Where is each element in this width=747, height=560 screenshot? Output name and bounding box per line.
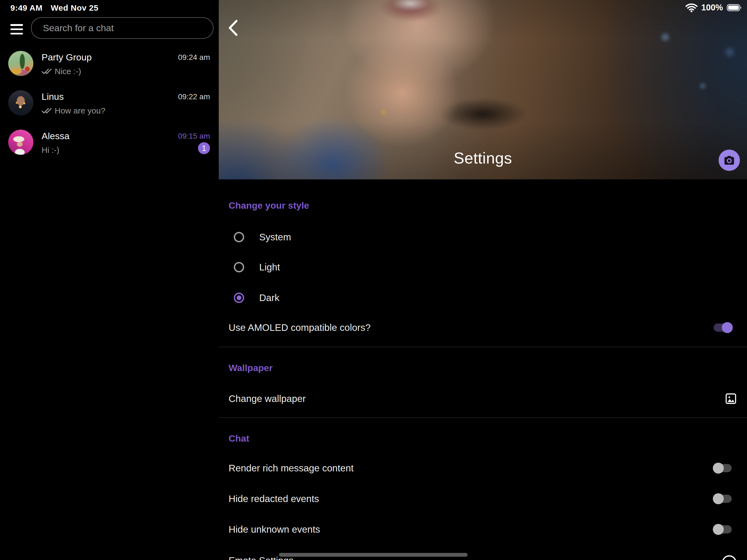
search-input[interactable] bbox=[31, 18, 213, 38]
settings-list: Change your style System Light Dark Use … bbox=[219, 179, 747, 560]
settings-panel: 100% Settings Change your style System L… bbox=[219, 0, 747, 560]
toggle-label: Render rich message content bbox=[229, 463, 354, 474]
chat-time: 09:24 am bbox=[178, 53, 210, 62]
change-wallpaper-label: Change wallpaper bbox=[229, 393, 306, 404]
status-bar-left: 9:49 AM Wed Nov 25 bbox=[10, 3, 98, 12]
section-divider bbox=[219, 347, 747, 347]
status-date: Wed Nov 25 bbox=[51, 3, 98, 12]
radio-row-system[interactable]: System bbox=[219, 226, 747, 248]
toggle-label: Hide redacted events bbox=[229, 493, 319, 504]
section-title-style: Change your style bbox=[229, 200, 309, 211]
chat-time: 09:22 am bbox=[178, 93, 210, 101]
hide-unknown-events-toggle[interactable] bbox=[714, 525, 732, 533]
radio-light[interactable] bbox=[234, 262, 244, 272]
smiley-icon bbox=[721, 555, 737, 560]
chat-row-linus[interactable]: Linus How are you? 09:22 am bbox=[8, 90, 210, 117]
amoled-label: Use AMOLED compatible colors? bbox=[229, 322, 370, 333]
radio-dark[interactable] bbox=[234, 292, 244, 303]
render-rich-content-toggle[interactable] bbox=[714, 464, 732, 472]
scrollbar-thumb[interactable] bbox=[279, 553, 468, 557]
chat-last-message: Hi :-) bbox=[42, 146, 59, 155]
render-rich-content-row[interactable]: Render rich message content bbox=[219, 457, 747, 480]
section-divider bbox=[219, 417, 747, 418]
chat-last-message: Nice :-) bbox=[42, 67, 81, 76]
chat-name: Party Group bbox=[42, 52, 92, 62]
profile-photo-header: 100% Settings bbox=[219, 0, 747, 179]
avatar-linus bbox=[8, 90, 33, 116]
chat-message-text: Hi :-) bbox=[42, 146, 59, 155]
back-button[interactable] bbox=[227, 20, 243, 37]
double-check-icon bbox=[42, 107, 52, 114]
battery-full-icon bbox=[727, 4, 743, 12]
toggle-knob bbox=[722, 322, 733, 333]
avatar-party-group bbox=[8, 51, 33, 76]
amoled-toggle-row[interactable]: Use AMOLED compatible colors? bbox=[219, 316, 747, 339]
radio-system[interactable] bbox=[234, 232, 244, 242]
emote-settings-label[interactable]: Emote Settings bbox=[229, 555, 293, 560]
status-time: 9:49 AM bbox=[10, 3, 42, 12]
change-wallpaper-row[interactable]: Change wallpaper bbox=[219, 387, 747, 410]
chat-row-party-group[interactable]: Party Group Nice :-) 09:24 am bbox=[8, 50, 210, 78]
radio-row-dark[interactable]: Dark bbox=[219, 287, 747, 308]
chat-name: Alessa bbox=[42, 131, 70, 142]
page-title: Settings bbox=[219, 149, 747, 167]
chat-list-panel: 9:49 AM Wed Nov 25 Party Group Nice :-) … bbox=[0, 0, 219, 560]
toggle-knob bbox=[713, 524, 724, 535]
toggle-knob bbox=[713, 493, 724, 504]
chat-search-field[interactable] bbox=[31, 17, 213, 39]
amoled-toggle[interactable] bbox=[714, 324, 732, 332]
chat-row-alessa[interactable]: Alessa Hi :-) 09:15 am 1 bbox=[8, 129, 210, 156]
toggle-label: Hide unknown events bbox=[229, 524, 320, 535]
status-bar-right: 100% bbox=[686, 3, 743, 12]
hamburger-menu-icon[interactable] bbox=[10, 24, 23, 34]
chat-last-message: How are you? bbox=[42, 106, 105, 116]
hide-unknown-events-row[interactable]: Hide unknown events bbox=[219, 518, 747, 541]
back-chevron-icon bbox=[227, 20, 239, 36]
radio-label: Light bbox=[259, 262, 280, 273]
avatar-alessa bbox=[8, 130, 33, 155]
wifi-icon bbox=[686, 3, 697, 12]
toggle-knob bbox=[713, 463, 724, 474]
radio-label: Dark bbox=[259, 292, 279, 303]
image-icon bbox=[725, 392, 737, 405]
chat-message-text: Nice :-) bbox=[55, 67, 81, 76]
chat-name: Linus bbox=[42, 91, 64, 102]
hide-redacted-events-row[interactable]: Hide redacted events bbox=[219, 487, 747, 510]
chat-message-text: How are you? bbox=[55, 106, 105, 116]
battery-percent: 100% bbox=[701, 3, 723, 12]
chat-time: 09:15 am bbox=[178, 132, 210, 141]
radio-label: System bbox=[259, 232, 291, 243]
section-title-chat: Chat bbox=[229, 433, 249, 444]
section-title-wallpaper: Wallpaper bbox=[229, 362, 273, 373]
double-check-icon bbox=[42, 68, 52, 75]
hide-redacted-events-toggle[interactable] bbox=[714, 495, 732, 503]
radio-row-light[interactable]: Light bbox=[219, 256, 747, 278]
camera-icon bbox=[723, 154, 735, 166]
change-avatar-button[interactable] bbox=[719, 150, 740, 171]
unread-count-badge: 1 bbox=[198, 142, 210, 154]
